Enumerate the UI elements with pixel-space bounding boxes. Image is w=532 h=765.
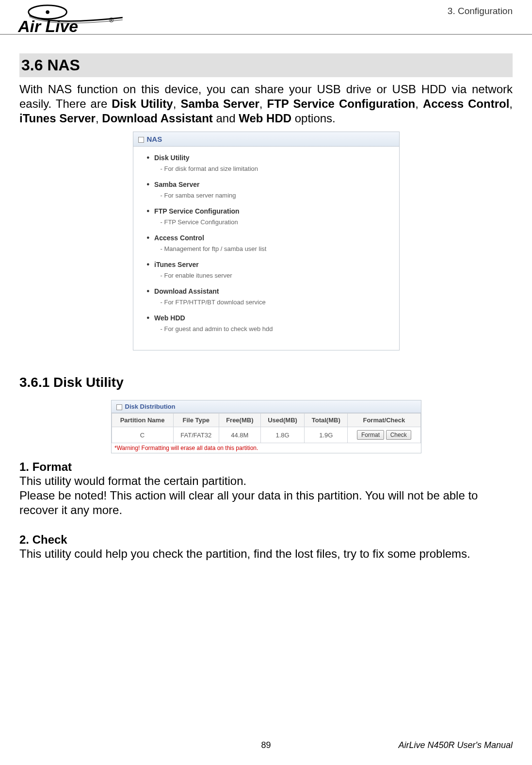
warning-text: *Warning! Formatting will erase all data…: [112, 443, 420, 453]
header-divider: [0, 34, 532, 35]
format-button[interactable]: Format: [357, 430, 384, 440]
header-chapter: 3. Configuration: [448, 6, 513, 17]
nas-item-samba[interactable]: Samba Server - For samba server naming: [147, 180, 386, 199]
nas-item-title: Access Control: [147, 233, 386, 242]
nas-list: Disk Utility - For disk format and size …: [133, 147, 399, 350]
table-row: C FAT/FAT32 44.8M 1.8G 1.9G Format Check: [112, 427, 420, 443]
nas-item-access[interactable]: Access Control - Management for ftp / sa…: [147, 233, 386, 252]
bold-itunes: iTunes Server: [19, 112, 96, 125]
sep: ,: [509, 97, 513, 110]
format-heading: 1. Format: [19, 460, 513, 474]
col-action: Format/Check: [348, 414, 420, 427]
bold-ftp: FTP Service Configuration: [267, 97, 416, 110]
disk-distribution-panel: Disk Distribution Partition Name File Ty…: [111, 400, 421, 453]
disk-table: Partition Name File Type Free(MB) Used(M…: [112, 413, 421, 453]
format-desc-1: This utility would format the certain pa…: [19, 474, 513, 488]
nas-item-desc: - For disk format and size limitation: [161, 165, 386, 172]
nas-item-disk-utility[interactable]: Disk Utility - For disk format and size …: [147, 153, 386, 172]
svg-point-1: [46, 10, 49, 14]
nas-item-desc: - For FTP/HTTP/BT download service: [161, 299, 386, 306]
nas-item-desc: - For samba server naming: [161, 192, 386, 199]
svg-text:®: ®: [109, 17, 114, 24]
section-title: 3.6 NAS: [19, 53, 513, 77]
nas-item-desc: - For guest and admin to check web hdd: [161, 325, 386, 333]
check-desc: This utility could help you check the pa…: [19, 547, 513, 561]
check-button[interactable]: Check: [386, 430, 411, 440]
sep: ,: [173, 97, 181, 110]
logo: Air Live ®: [15, 4, 136, 43]
col-filetype: File Type: [173, 414, 219, 427]
nas-item-ftp[interactable]: FTP Service Configuration - FTP Service …: [147, 207, 386, 226]
nas-item-title: FTP Service Configuration: [147, 207, 386, 216]
bold-samba: Samba Server: [180, 97, 259, 110]
nas-item-desc: - FTP Service Configuration: [161, 218, 386, 226]
nas-item-title: iTunes Server: [147, 260, 386, 269]
cell-name: C: [112, 427, 173, 443]
disk-panel-header: Disk Distribution: [112, 400, 421, 413]
nas-item-webhdd[interactable]: Web HDD - For guest and admin to check w…: [147, 314, 386, 333]
subsection-title: 3.6.1 Disk Utility: [19, 375, 513, 390]
col-used: Used(MB): [260, 414, 305, 427]
nas-item-itunes[interactable]: iTunes Server - For enable itunes server: [147, 260, 386, 279]
sep: ,: [96, 112, 102, 125]
cell-type: FAT/FAT32: [173, 427, 219, 443]
bold-download: Download Assistant: [102, 112, 212, 125]
nas-item-title: Web HDD: [147, 314, 386, 322]
cell-total: 1.9G: [305, 427, 348, 443]
sep: ,: [415, 97, 423, 110]
intro-paragraph: With NAS function on this device, you ca…: [19, 82, 513, 126]
cell-actions: Format Check: [348, 427, 420, 443]
nas-item-title: Samba Server: [147, 180, 386, 189]
check-heading: 2. Check: [19, 533, 513, 547]
footer: 89 AirLive N450R User's Manual: [19, 740, 513, 750]
nas-item-desc: - Management for ftp / samba user list: [161, 245, 386, 252]
sep: ,: [259, 97, 267, 110]
sep: options.: [291, 112, 336, 125]
col-partition: Partition Name: [112, 414, 173, 427]
nas-panel-header: NAS: [133, 132, 399, 147]
table-header-row: Partition Name File Type Free(MB) Used(M…: [112, 414, 420, 427]
sep: and: [213, 112, 239, 125]
manual-title: AirLive N450R User's Manual: [398, 740, 513, 750]
nas-panel: NAS Disk Utility - For disk format and s…: [133, 132, 400, 350]
bold-disk-utility: Disk Utility: [112, 97, 173, 110]
cell-free: 44.8M: [219, 427, 260, 443]
warning-row: *Warning! Formatting will erase all data…: [112, 443, 420, 453]
bold-webhdd: Web HDD: [239, 112, 291, 125]
svg-text:Air Live: Air Live: [17, 17, 78, 35]
cell-used: 1.8G: [260, 427, 305, 443]
page-number: 89: [261, 740, 271, 750]
format-desc-2: Please be noted! This action will clear …: [19, 488, 513, 517]
col-total: Total(MB): [305, 414, 348, 427]
nas-item-title: Download Assistant: [147, 287, 386, 296]
nas-item-download[interactable]: Download Assistant - For FTP/HTTP/BT dow…: [147, 287, 386, 306]
bold-access: Access Control: [423, 97, 509, 110]
nas-item-desc: - For enable itunes server: [161, 272, 386, 279]
col-free: Free(MB): [219, 414, 260, 427]
nas-item-title: Disk Utility: [147, 153, 386, 162]
